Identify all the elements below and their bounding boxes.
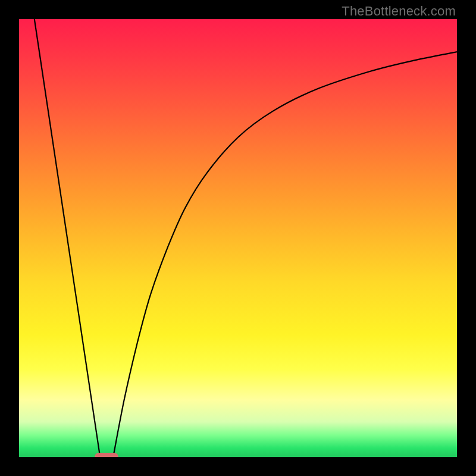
right-curve-path (113, 52, 457, 457)
plot-area (19, 19, 457, 457)
watermark-text: TheBottleneck.com (342, 4, 456, 19)
chart-frame: TheBottleneck.com (0, 0, 476, 476)
curve-layer (19, 19, 457, 457)
bottleneck-marker (95, 453, 118, 457)
left-leg-path (35, 19, 100, 457)
